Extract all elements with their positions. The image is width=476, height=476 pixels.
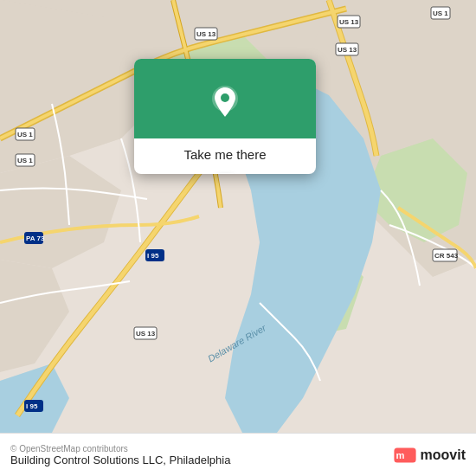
take-me-there-button[interactable]: Take me there <box>170 138 280 174</box>
popup-pointer <box>216 173 234 174</box>
bottom-bar: © OpenStreetMap contributors Building Co… <box>0 433 476 476</box>
popup-card: Take me there <box>134 59 316 174</box>
svg-text:US 13: US 13 <box>136 330 156 338</box>
svg-text:CR 543: CR 543 <box>434 252 459 260</box>
business-name: Building Control Solutions LLC, Philadel… <box>10 453 384 466</box>
popup-green-section <box>134 59 316 138</box>
moovit-icon: m <box>393 443 417 467</box>
svg-text:I 95: I 95 <box>147 252 159 260</box>
map-container: US 1 US 1 US 13 US 13 US 13 I 95 I 95 PA… <box>0 0 476 433</box>
moovit-logo: m moovit <box>393 443 466 467</box>
svg-text:US 1: US 1 <box>17 157 33 164</box>
svg-point-35 <box>221 93 229 102</box>
svg-text:US 1: US 1 <box>17 131 33 138</box>
svg-text:US 13: US 13 <box>339 18 359 26</box>
svg-text:PA 73: PA 73 <box>26 235 45 242</box>
copyright-text: © OpenStreetMap contributors <box>10 444 384 453</box>
moovit-text: moovit <box>421 447 466 463</box>
svg-text:m: m <box>396 450 404 460</box>
svg-text:I 95: I 95 <box>26 402 38 410</box>
svg-text:US 1: US 1 <box>433 10 448 17</box>
location-pin-icon <box>206 83 244 121</box>
svg-text:US 13: US 13 <box>338 46 357 54</box>
svg-text:US 13: US 13 <box>196 30 216 38</box>
